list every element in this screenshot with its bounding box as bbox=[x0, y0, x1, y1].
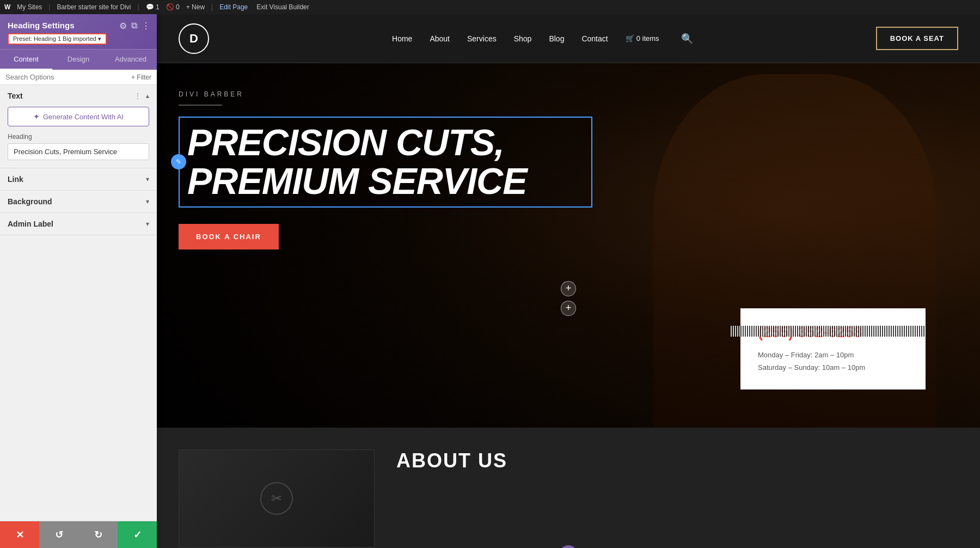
undo-button[interactable]: ↺ bbox=[39, 521, 78, 548]
hero-bottom: (255) 352-6258 Monday – Friday: 2am – 10… bbox=[157, 326, 980, 428]
section-text-body: ✦ Generate Content With AI Heading bbox=[0, 107, 157, 168]
save-button[interactable]: ✓ bbox=[118, 521, 157, 548]
admin-bar: W My Sites | Barber starter site for Div… bbox=[0, 0, 980, 14]
section-text-title: Text bbox=[8, 92, 23, 100]
book-seat-button[interactable]: BOOK A SEAT bbox=[876, 27, 958, 50]
nav-search-icon[interactable]: 🔍 bbox=[681, 33, 693, 45]
hero-heading: PRECISION CUTS, PREMIUM SERVICE bbox=[187, 123, 584, 201]
section-background: Background ▾ bbox=[0, 191, 157, 213]
section-link-chevron[interactable]: ▾ bbox=[146, 175, 149, 183]
hero-content: DIVI BARBER ✎ PRECISION CUTS, PREMIUM SE… bbox=[157, 63, 980, 271]
panel-header-icons: ⚙ ⧉ ⋮ bbox=[119, 21, 150, 31]
section-text-dots[interactable]: ⋮ bbox=[134, 92, 142, 100]
nav-services[interactable]: Services bbox=[467, 34, 497, 43]
section-admin-label: Admin Label ▾ bbox=[0, 213, 157, 235]
site-nav: D Home About Services Shop Blog Contact … bbox=[157, 14, 980, 63]
hours-weekend: Saturday – Sunday: 10am – 10pm bbox=[758, 361, 908, 374]
about-image-placeholder: ✂ bbox=[260, 482, 293, 515]
add-row-button-2[interactable]: + bbox=[561, 301, 576, 316]
nav-cart[interactable]: 🛒 0 items bbox=[626, 34, 659, 42]
panel-tabs: Content Design Advanced bbox=[0, 49, 157, 70]
redo-button[interactable]: ↻ bbox=[78, 521, 118, 548]
about-title: ABOUT US bbox=[396, 449, 507, 472]
edit-page-link[interactable]: Edit Page bbox=[219, 3, 248, 11]
nav-about[interactable]: About bbox=[430, 34, 450, 43]
section-text-header[interactable]: Text ⋮ ▴ bbox=[0, 85, 157, 107]
nav-blog[interactable]: Blog bbox=[549, 34, 564, 43]
hero-divider bbox=[179, 105, 222, 106]
main-layout: Heading Settings Preset: Heading 1 Big i… bbox=[0, 14, 980, 548]
new-link[interactable]: + New bbox=[186, 3, 205, 11]
heading-edit-icon[interactable]: ✎ bbox=[171, 154, 186, 169]
tab-design[interactable]: Design bbox=[52, 50, 105, 70]
nav-contact[interactable]: Contact bbox=[581, 34, 608, 43]
search-input[interactable] bbox=[5, 73, 128, 81]
my-sites-link[interactable]: My Sites bbox=[17, 3, 42, 11]
more-icon[interactable]: ⋮ bbox=[142, 21, 150, 31]
section-admin-label-header[interactable]: Admin Label ▾ bbox=[0, 213, 157, 235]
site-title-link[interactable]: Barber starter site for Divi bbox=[57, 3, 131, 11]
nav-links: Home About Services Shop Blog Contact 🛒 … bbox=[392, 33, 693, 45]
section-admin-label-title: Admin Label bbox=[8, 220, 53, 228]
section-text: Text ⋮ ▴ ✦ Generate Content With AI Head… bbox=[0, 85, 157, 168]
heading-input[interactable] bbox=[8, 143, 149, 160]
comment-count: 🚫 0 bbox=[166, 3, 180, 11]
ai-icon: ✦ bbox=[33, 112, 40, 121]
wp-icon[interactable]: W bbox=[4, 3, 10, 11]
about-image: ✂ bbox=[179, 449, 375, 547]
preset-badge[interactable]: Preset: Heading 1 Big imported ▾ bbox=[8, 33, 107, 45]
tab-advanced[interactable]: Advanced bbox=[105, 50, 157, 70]
search-bar: + Filter bbox=[0, 70, 157, 85]
panel-footer: ✕ ↺ ↻ ✓ bbox=[0, 521, 157, 548]
panel-content: Text ⋮ ▴ ✦ Generate Content With AI Head… bbox=[0, 85, 157, 521]
hero-tag: DIVI BARBER bbox=[179, 90, 958, 98]
section-link-title: Link bbox=[8, 175, 23, 184]
section-background-header[interactable]: Background ▾ bbox=[0, 191, 157, 212]
comments-icon[interactable]: 💬 1 bbox=[146, 3, 160, 11]
nav-home[interactable]: Home bbox=[392, 34, 412, 43]
heading-selected-box[interactable]: ✎ PRECISION CUTS, PREMIUM SERVICE bbox=[179, 117, 592, 208]
section-text-chevron[interactable]: ▴ bbox=[146, 92, 149, 100]
website-preview: D Home About Services Shop Blog Contact … bbox=[157, 14, 980, 548]
ai-generate-button[interactable]: ✦ Generate Content With AI bbox=[8, 107, 149, 126]
add-row-button-1[interactable]: + bbox=[561, 281, 576, 296]
about-more-button[interactable]: ⋯ bbox=[559, 545, 578, 548]
tab-content[interactable]: Content bbox=[0, 50, 52, 70]
nav-shop[interactable]: Shop bbox=[514, 34, 532, 43]
cancel-button[interactable]: ✕ bbox=[0, 521, 39, 548]
left-panel: Heading Settings Preset: Heading 1 Big i… bbox=[0, 14, 157, 548]
site-logo: D bbox=[179, 23, 209, 54]
heading-field-label: Heading bbox=[8, 133, 149, 141]
panel-header: Heading Settings Preset: Heading 1 Big i… bbox=[0, 14, 157, 49]
about-text-area: ABOUT US bbox=[396, 449, 507, 472]
duplicate-icon[interactable]: ⧉ bbox=[131, 21, 137, 31]
section-admin-label-chevron[interactable]: ▾ bbox=[146, 220, 149, 228]
exit-visual-builder-link[interactable]: Exit Visual Builder bbox=[256, 3, 309, 11]
about-section: ✂ ABOUT US ⋯ bbox=[157, 428, 980, 548]
section-background-title: Background bbox=[8, 197, 52, 206]
filter-button[interactable]: + Filter bbox=[131, 74, 151, 81]
section-link-header[interactable]: Link ▾ bbox=[0, 168, 157, 190]
section-link: Link ▾ bbox=[0, 168, 157, 191]
hero-section: DIVI BARBER ✎ PRECISION CUTS, PREMIUM SE… bbox=[157, 63, 980, 428]
hours-weekday: Monday – Friday: 2am – 10pm bbox=[758, 349, 908, 361]
contact-hours: Monday – Friday: 2am – 10pm Saturday – S… bbox=[758, 349, 908, 374]
contact-card: (255) 352-6258 Monday – Friday: 2am – 10… bbox=[740, 308, 926, 389]
book-chair-button[interactable]: BOOK A CHAIR bbox=[179, 224, 279, 249]
gear-icon[interactable]: ⚙ bbox=[119, 21, 127, 31]
section-background-chevron[interactable]: ▾ bbox=[146, 198, 149, 205]
